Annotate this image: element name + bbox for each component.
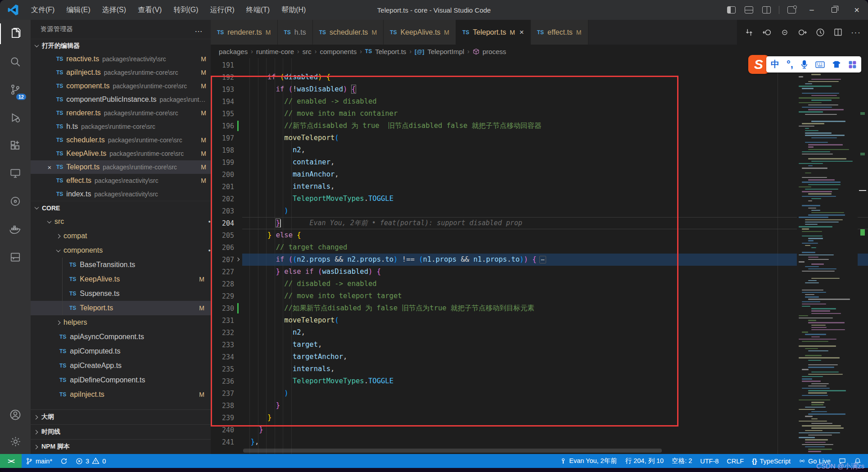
close-icon[interactable]: × — [46, 163, 53, 171]
panel-icon[interactable] — [0, 243, 31, 271]
open-editor-reactive.ts[interactable]: TSreactive.tspackages\reactivity\srcM — [31, 52, 211, 66]
code-line[interactable]: 199 container, — [211, 156, 868, 168]
open-editor-apiInject.ts[interactable]: TSapiInject.tspackages\runtime-core\srcM — [31, 66, 211, 79]
run-debug-icon[interactable] — [0, 104, 31, 132]
source-control-icon[interactable]: 12 — [0, 76, 31, 104]
menu-item[interactable]: 查看(V) — [132, 6, 167, 14]
code-line[interactable]: 234 targetAnchor, — [211, 351, 868, 363]
layout-panel-icon[interactable] — [745, 6, 753, 14]
open-editor-h.ts[interactable]: TSh.tspackages\runtime-core\src — [31, 120, 211, 133]
soft-keyboard-icon[interactable] — [815, 61, 825, 68]
maximize-restore-icon[interactable] — [823, 0, 845, 20]
code-line[interactable]: 230 //如果新节点disabled 为 false 旧节点为true 就把子… — [211, 302, 868, 314]
eol-status[interactable]: CRLF — [723, 454, 748, 468]
mic-icon[interactable] — [800, 60, 808, 69]
tree-item-apiAsyncComponent.ts[interactable]: TSapiAsyncComponent.ts — [31, 330, 211, 344]
tree-item-apiDefineComponent.ts[interactable]: TSapiDefineComponent.ts — [31, 373, 211, 387]
line-number[interactable]: 203 — [211, 207, 234, 215]
layout-secondary-sidebar-icon[interactable] — [762, 6, 771, 14]
npm-scripts-section-header[interactable]: NPM 脚本 — [31, 439, 211, 454]
line-number[interactable]: 198 — [211, 146, 234, 154]
run-heading-icon[interactable] — [815, 27, 825, 37]
punctuation-icon[interactable]: °, — [787, 62, 793, 67]
nav-position-icon[interactable] — [780, 28, 789, 37]
open-editors-section-header[interactable]: 打开的编辑器 — [31, 39, 211, 52]
code-line[interactable]: 195 // move into main container — [211, 108, 868, 120]
line-number[interactable]: 206 — [211, 244, 234, 252]
extensions-icon[interactable] — [0, 132, 31, 159]
fold-chevron-icon[interactable] — [236, 258, 240, 261]
line-number[interactable]: 232 — [211, 329, 234, 337]
open-editor-KeepAlive.ts[interactable]: TSKeepAlive.tspackages\runtime-core\srcM — [31, 147, 211, 160]
breadcrumb-item[interactable]: packages — [219, 48, 248, 55]
line-number[interactable]: 199 — [211, 159, 234, 167]
layout-customize-icon[interactable] — [787, 6, 796, 14]
code-line[interactable]: 235 internals, — [211, 363, 868, 375]
line-number[interactable]: 204 — [211, 219, 234, 227]
line-number[interactable]: 228 — [211, 280, 234, 288]
menu-item[interactable]: 运行(R) — [204, 6, 240, 14]
tree-item-apiCreateApp.ts[interactable]: TSapiCreateApp.ts — [31, 359, 211, 373]
nav-forward-icon[interactable] — [797, 27, 807, 37]
menu-item[interactable]: 文件(F) — [25, 6, 60, 14]
tab-renderer.ts[interactable]: TSrenderer.tsM — [211, 20, 278, 45]
code-line[interactable]: 194 // enabled -> disabled — [211, 95, 868, 108]
code-line[interactable]: 227 } else if (wasDisabled) { — [211, 266, 868, 278]
open-changes-icon[interactable] — [744, 27, 754, 37]
code-line[interactable]: 229 // move into teleport target — [211, 290, 868, 302]
tree-item-Teleport.ts[interactable]: TSTeleport.tsM — [31, 301, 211, 315]
tab-scheduler.ts[interactable]: TSscheduler.tsM — [313, 20, 384, 45]
core-section-header[interactable]: CORE — [31, 201, 211, 214]
tree-item-apiComputed.ts[interactable]: TSapiComputed.ts — [31, 344, 211, 359]
line-number[interactable]: 238 — [211, 402, 234, 410]
menu-item[interactable]: 转到(G) — [167, 6, 204, 14]
indentation-status[interactable]: 空格: 2 — [668, 454, 696, 468]
search-icon[interactable] — [0, 48, 31, 76]
layout-sidebar-icon[interactable] — [727, 6, 736, 14]
open-editor-index.ts[interactable]: TSindex.tspackages\reactivity\src — [31, 187, 211, 201]
line-number[interactable]: 231 — [211, 317, 234, 325]
code-line[interactable]: 241 }, — [211, 436, 868, 448]
line-number[interactable]: 233 — [211, 341, 234, 349]
code-line[interactable]: 197 moveTeleport( — [211, 132, 868, 144]
code-line[interactable]: 238 } — [211, 399, 868, 412]
open-editor-componentPublicInstance.ts[interactable]: TScomponentPublicInstance.tspackages\run… — [31, 93, 211, 106]
code-line[interactable]: 207 if ((n2.props && n2.props.to) !== (n… — [211, 254, 868, 266]
cursor-position-status[interactable]: 行 204, 列 10 — [621, 454, 668, 468]
code-line[interactable]: 237 ) — [211, 387, 868, 399]
tree-item-helpers[interactable]: helpers — [31, 315, 211, 330]
more-actions-icon[interactable]: … — [194, 25, 203, 34]
branch-status[interactable]: main* — [22, 454, 56, 468]
tree-item-compat[interactable]: compat — [31, 229, 211, 243]
chinese-mode-icon[interactable]: 中 — [771, 59, 779, 70]
line-number[interactable]: 197 — [211, 134, 234, 142]
line-number[interactable]: 235 — [211, 365, 234, 373]
folded-code-ellipsis[interactable]: ⋯ — [539, 256, 547, 263]
tree-item-apiInject.ts[interactable]: TSapiInject.tsM — [31, 387, 211, 402]
language-status[interactable]: {} TypeScript — [748, 454, 795, 468]
code-line[interactable]: 202 TeleportMoveTypes.TOGGLE — [211, 193, 868, 205]
code-line[interactable]: 204 }Evan You, 2年前 • feat(portal): suppo… — [211, 217, 868, 229]
overview-ruler-scrollbar[interactable] — [858, 58, 868, 454]
line-number[interactable]: 202 — [211, 195, 234, 203]
tab-Teleport.ts[interactable]: TSTeleport.tsM× — [456, 20, 531, 45]
nav-back-icon[interactable] — [762, 27, 772, 37]
minimap[interactable] — [797, 58, 858, 454]
code-line[interactable]: 240 } — [211, 424, 868, 436]
line-number[interactable]: 240 — [211, 426, 234, 434]
code-line[interactable]: 231 moveTeleport( — [211, 314, 868, 327]
code-line[interactable]: 206 // target changed — [211, 241, 868, 254]
code-line[interactable]: 232 n2, — [211, 327, 868, 339]
minimize-icon[interactable]: – — [800, 0, 823, 20]
line-number[interactable]: 236 — [211, 377, 234, 386]
close-icon[interactable]: × — [520, 28, 524, 37]
line-number[interactable]: 237 — [211, 390, 234, 398]
sync-status[interactable] — [56, 454, 72, 468]
line-number[interactable]: 234 — [211, 353, 234, 361]
line-number[interactable]: 205 — [211, 231, 234, 240]
horizontal-scrollbar[interactable] — [243, 449, 662, 453]
code-editor[interactable]: 191192 if (disabled) {193 if (!wasDisabl… — [211, 58, 868, 454]
gitlens-icon[interactable] — [0, 187, 31, 215]
blame-author-status[interactable]: Evan You, 2年前 — [556, 454, 621, 468]
line-number[interactable]: 227 — [211, 268, 234, 276]
